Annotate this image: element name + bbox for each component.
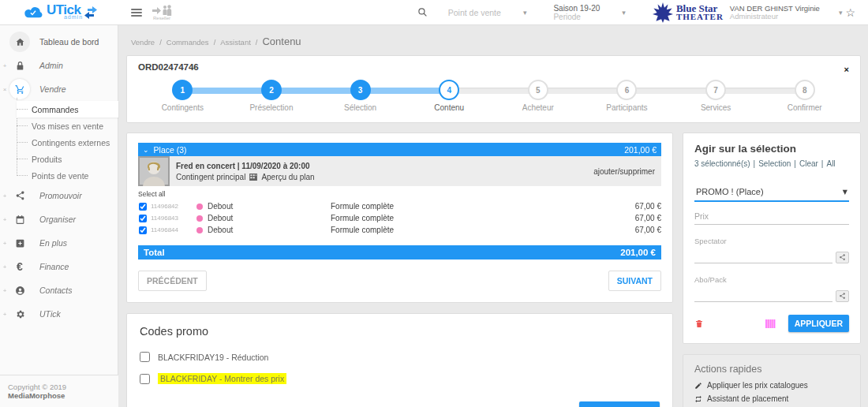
- spectator-label: Spectator: [694, 237, 849, 245]
- top-header: UTick admin Reseller Point de vente ▾ Sa…: [0, 0, 868, 25]
- step-preselection[interactable]: 2Préselection: [227, 80, 316, 114]
- sidebar-item-tableau-de-bord[interactable]: Tableau de bord: [0, 30, 118, 54]
- seat-price: 67,00 €: [635, 202, 661, 211]
- promo-codes-card: Codes promo BLACKFRIDAY19 - Réduction BL…: [126, 313, 673, 407]
- user-menu[interactable]: VAN DER GHINST Virginie Administrateur: [730, 5, 820, 21]
- sidebar-item-organiser[interactable]: + Organiser: [0, 207, 118, 231]
- apply-catalog-prices-action[interactable]: Appliquer les prix catalogues: [694, 381, 849, 390]
- collapse-section-toggle[interactable]: ⌄ Place (3): [143, 145, 187, 155]
- plan-preview-link[interactable]: Aperçu du plan: [261, 173, 314, 181]
- repeat-icon: [694, 395, 702, 403]
- sidebar-item-contingents-externes[interactable]: Contingents externes: [17, 134, 118, 151]
- sidebar-item-finance[interactable]: + € Finance: [0, 255, 118, 278]
- hamburger-menu-icon[interactable]: [131, 9, 142, 17]
- selected-count: 3 sélectionné(s): [694, 159, 750, 168]
- org-name-line1: Blue Star: [676, 4, 724, 13]
- sidebar-item-points-de-vente[interactable]: Points de vente: [17, 167, 118, 184]
- person-icon: [9, 280, 30, 301]
- link-nodes-icon: [839, 293, 846, 300]
- seat-checkbox[interactable]: [139, 215, 147, 222]
- sidebar-item-produits[interactable]: Produits: [17, 151, 118, 167]
- select-all-link[interactable]: Select all: [138, 190, 661, 198]
- euro-icon: €: [9, 256, 30, 277]
- seat-checkbox[interactable]: [139, 226, 147, 234]
- favorite-star-icon[interactable]: ☆: [845, 6, 855, 19]
- category-color-dot: [196, 215, 203, 222]
- calendar-icon: [9, 209, 30, 230]
- spectator-lookup-button[interactable]: [836, 252, 849, 263]
- abopack-input[interactable]: [694, 284, 832, 302]
- next-button[interactable]: SUIVANT: [608, 271, 661, 291]
- abopack-lookup-button[interactable]: [836, 290, 849, 302]
- point-of-sale-placeholder: Point de vente: [448, 8, 501, 17]
- breadcrumb-assistant[interactable]: Assistant: [220, 38, 251, 47]
- sidebar-item-en-plus[interactable]: + En plus: [0, 231, 118, 255]
- sidebar-item-utick[interactable]: + UTick: [0, 302, 118, 326]
- sidebar-item-admin[interactable]: + Vendre Admin: [0, 54, 118, 77]
- all-link[interactable]: All: [826, 159, 835, 168]
- clear-link[interactable]: Clear: [799, 159, 818, 168]
- total-label: Total: [144, 248, 165, 257]
- promo-checkbox-blackfriday19[interactable]: [140, 352, 150, 362]
- place-selection-card: ⌄ Place (3) 201,00 € Fred en concert | 1…: [126, 133, 673, 303]
- placement-assistant-action[interactable]: Assistant de placement: [694, 394, 849, 403]
- share-icon: [9, 185, 30, 206]
- trash-icon: [694, 319, 704, 329]
- close-icon[interactable]: ×: [844, 65, 849, 74]
- total-bar: Total 201,00 €: [138, 245, 661, 260]
- sidebar-item-vendre[interactable]: × Vendre: [0, 77, 118, 101]
- seat-checkbox[interactable]: [139, 203, 147, 211]
- seat-row: 11496842 Debout Formule complète 67,00 €: [138, 200, 661, 212]
- reseller-icon: [152, 5, 172, 17]
- step-services[interactable]: 7Services: [672, 80, 761, 114]
- apply-button[interactable]: APPLIQUER: [788, 315, 849, 332]
- sidebar-item-commandes[interactable]: Commandes: [17, 101, 118, 118]
- step-acheteur[interactable]: 5Acheteur: [494, 80, 583, 114]
- step-selection[interactable]: 3Sélection: [316, 80, 405, 114]
- season-dropdown[interactable]: Saison 19-20 Periode ▾: [553, 4, 625, 21]
- breadcrumb-vendre[interactable]: Vendre: [131, 38, 155, 47]
- wizard-stepper: 1Contingents 2Préselection 3Sélection 4C…: [138, 80, 849, 114]
- user-name: VAN DER GHINST Virginie: [730, 5, 820, 13]
- order-wizard-card: ORD02474746 × 1Contingents 2Préselection…: [126, 55, 861, 123]
- breadcrumb-commandes[interactable]: Commandes: [166, 38, 209, 47]
- category-color-dot: [196, 227, 203, 233]
- event-row: Fred en concert | 11/09/2020 à 20:00 Con…: [138, 156, 661, 186]
- save-button[interactable]: ENREGISTRER: [579, 401, 660, 407]
- order-id: ORD02474746: [138, 62, 849, 72]
- price-input[interactable]: [694, 207, 849, 225]
- promo-code-row: BLACKFRIDAY19 - Réduction: [140, 352, 660, 362]
- sidebar-item-vos-mises-en-vente[interactable]: Vos mises en vente: [17, 118, 118, 134]
- abopack-label: Abo/Pack: [694, 275, 849, 284]
- selection-link[interactable]: Selection: [758, 159, 791, 168]
- seat-formula: Formule complète: [331, 202, 635, 211]
- barcode-icon[interactable]: [765, 319, 776, 328]
- seat-price: 67,00 €: [635, 214, 661, 222]
- delete-selection-button[interactable]: [694, 319, 704, 329]
- pencil-icon: [694, 382, 702, 390]
- step-participants[interactable]: 6Participants: [582, 80, 672, 114]
- quick-actions-title: Actions rapides: [694, 364, 849, 375]
- promo-label: BLACKFRIDAY19 - Réduction: [158, 353, 268, 362]
- reseller-label: Reseller: [153, 17, 170, 21]
- step-contenu[interactable]: 4Contenu: [405, 80, 494, 114]
- promo-select-dropdown[interactable]: PROMO ! (Place) ▼: [694, 184, 849, 202]
- seat-id: 11496843: [151, 215, 196, 222]
- step-confirmer[interactable]: 8Confirmer: [760, 80, 849, 114]
- reseller-mode-button[interactable]: Reseller: [152, 5, 172, 21]
- sidebar-item-promouvoir[interactable]: + Promouvoir: [0, 184, 118, 207]
- seat-category: Debout: [208, 226, 233, 234]
- add-remove-link[interactable]: ajouter/supprimer: [593, 167, 661, 176]
- promo-code-row: BLACKFRIDAY - Montrer des prix: [140, 373, 660, 384]
- utick-logo[interactable]: UTick admin: [0, 4, 118, 21]
- step-contingents[interactable]: 1Contingents: [138, 80, 227, 114]
- seat-formula: Formule complète: [331, 214, 635, 222]
- home-icon: [9, 32, 30, 52]
- promo-checkbox-blackfriday[interactable]: [140, 374, 150, 384]
- season-value: Saison 19-20: [553, 4, 600, 13]
- sidebar-item-contacts[interactable]: + Contacts: [0, 278, 118, 302]
- search-icon[interactable]: [417, 7, 428, 17]
- previous-button[interactable]: PRÉCÉDENT: [138, 271, 207, 291]
- point-of-sale-dropdown[interactable]: Point de vente ▾: [448, 8, 527, 17]
- spectator-input[interactable]: [694, 245, 832, 263]
